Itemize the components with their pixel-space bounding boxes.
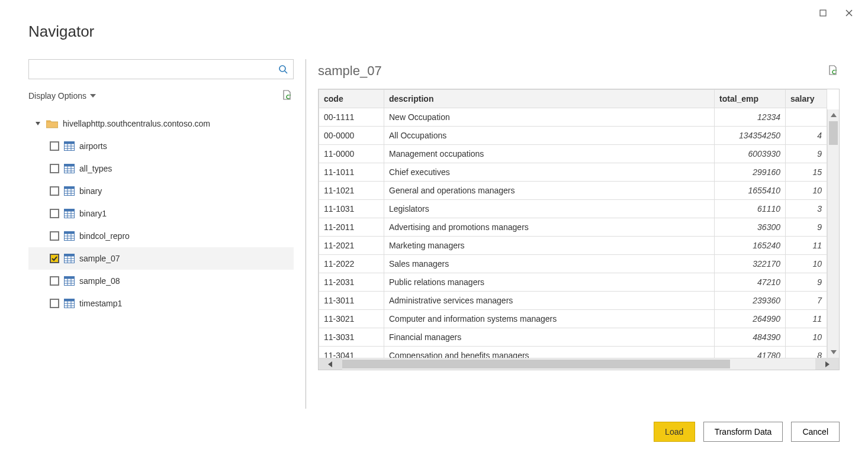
scroll-down-icon[interactable]: [828, 346, 839, 358]
table-row[interactable]: 11-3011Administrative services managers2…: [319, 292, 827, 310]
cell-code: 11-2031: [319, 273, 384, 292]
table-node[interactable]: bindcol_repro: [28, 225, 294, 247]
column-header-total-emp[interactable]: total_emp: [715, 90, 786, 108]
table-row[interactable]: 00-0000All Occupations1343542504: [319, 127, 827, 145]
cell-code: 11-3031: [319, 328, 384, 347]
cell-code: 11-2022: [319, 255, 384, 273]
table-checkbox[interactable]: [50, 231, 59, 241]
window-restore-button[interactable]: [811, 5, 835, 21]
table-row[interactable]: 11-2011Advertising and promotions manage…: [319, 218, 827, 237]
folder-icon: [46, 119, 58, 128]
close-icon: [846, 9, 853, 17]
table-icon: [64, 164, 75, 173]
cell-total-emp: 12334: [715, 108, 786, 127]
cell-salary: 10: [786, 255, 827, 273]
load-button[interactable]: Load: [654, 422, 695, 442]
table-checkbox[interactable]: [50, 276, 59, 286]
scroll-up-icon[interactable]: [828, 109, 839, 121]
vertical-scrollbar[interactable]: [827, 109, 839, 358]
table-checkbox[interactable]: [50, 186, 59, 196]
cell-total-emp: 6003930: [715, 145, 786, 163]
table-row[interactable]: 11-1031Legislators611103: [319, 200, 827, 218]
cell-code: 11-2011: [319, 218, 384, 237]
cancel-button[interactable]: Cancel: [791, 422, 840, 442]
table-node[interactable]: sample_07: [28, 247, 294, 270]
cell-total-emp: 1655410: [715, 182, 786, 200]
preview-pane: sample_07 code description total: [318, 59, 840, 409]
cell-total-emp: 484390: [715, 328, 786, 347]
refresh-tree-button[interactable]: [282, 90, 294, 102]
table-row[interactable]: 11-2022Sales managers32217010: [319, 255, 827, 273]
transform-data-button[interactable]: Transform Data: [703, 422, 783, 442]
column-header-description[interactable]: description: [384, 90, 715, 108]
table-row[interactable]: 11-1011Chief executives29916015: [319, 163, 827, 182]
table-icon: [64, 209, 75, 218]
table-checkbox[interactable]: [50, 209, 59, 218]
table-row[interactable]: 11-2031Public relations managers472109: [319, 273, 827, 292]
table-node[interactable]: binary: [28, 180, 294, 202]
cell-salary: 11: [786, 310, 827, 328]
table-node-label: timestamp1: [79, 299, 122, 308]
table-icon: [64, 186, 75, 196]
cell-total-emp: 299160: [715, 163, 786, 182]
cell-total-emp: 239360: [715, 292, 786, 310]
horizontal-scrollbar[interactable]: [319, 358, 839, 370]
cell-total-emp: 134354250: [715, 127, 786, 145]
table-row[interactable]: 11-1021General and operations managers16…: [319, 182, 827, 200]
cell-description: Advertising and promotions managers: [384, 218, 715, 237]
scroll-right-icon[interactable]: [815, 358, 839, 370]
cell-code: 00-0000: [319, 127, 384, 145]
cell-description: Management occupations: [384, 145, 715, 163]
svg-marker-7: [36, 122, 40, 125]
refresh-preview-button[interactable]: [828, 65, 840, 77]
table-node[interactable]: sample_08: [28, 270, 294, 292]
table-header-row: code description total_emp salary: [319, 90, 827, 108]
table-checkbox[interactable]: [50, 254, 59, 263]
cell-code: 11-3021: [319, 310, 384, 328]
table-row[interactable]: 11-3031Financial managers48439010: [319, 328, 827, 347]
cell-code: 11-3011: [319, 292, 384, 310]
dialog-title: Navigator: [28, 22, 94, 41]
cell-salary: 3: [786, 200, 827, 218]
table-node[interactable]: all_types: [28, 157, 294, 180]
table-node[interactable]: timestamp1: [28, 292, 294, 315]
table-row[interactable]: 00-1111New Occupation12334: [319, 108, 827, 127]
table-node[interactable]: binary1: [28, 202, 294, 225]
display-options-dropdown[interactable]: Display Options: [28, 91, 96, 101]
table-row[interactable]: 11-3021Computer and information systems …: [319, 310, 827, 328]
table-icon: [64, 299, 75, 308]
svg-rect-34: [65, 232, 75, 234]
table-checkbox[interactable]: [50, 164, 59, 173]
vscroll-track[interactable]: [828, 121, 839, 346]
table-node[interactable]: airports: [28, 135, 294, 157]
svg-rect-0: [820, 10, 826, 16]
cell-total-emp: 165240: [715, 237, 786, 255]
table-icon: [64, 276, 75, 286]
svg-marker-57: [835, 70, 837, 72]
vscroll-thumb[interactable]: [829, 121, 838, 145]
cell-code: 11-1011: [319, 163, 384, 182]
table-checkbox[interactable]: [50, 299, 59, 308]
window-close-button[interactable]: [837, 5, 861, 21]
cell-salary: [786, 108, 827, 127]
page-refresh-icon: [282, 90, 292, 101]
cell-description: All Occupations: [384, 127, 715, 145]
table-row[interactable]: 11-2021Marketing managers16524011: [319, 237, 827, 255]
column-header-salary[interactable]: salary: [786, 90, 827, 108]
hscroll-thumb[interactable]: [342, 360, 730, 368]
column-header-code[interactable]: code: [319, 90, 384, 108]
preview-grid: code description total_emp salary 00-111…: [318, 89, 840, 370]
server-node[interactable]: hivellaphttp.southcentralus.contoso.com: [28, 112, 294, 135]
cell-total-emp: 322170: [715, 255, 786, 273]
search-button[interactable]: [273, 59, 293, 79]
chevron-down-icon: [90, 93, 96, 99]
table-row[interactable]: 11-0000Management occupations60039309: [319, 145, 827, 163]
table-checkbox[interactable]: [50, 141, 59, 151]
scroll-left-icon[interactable]: [319, 358, 342, 370]
table-node-label: binary: [79, 186, 102, 196]
hscroll-track[interactable]: [342, 358, 815, 370]
cell-salary: 9: [786, 145, 827, 163]
search-input[interactable]: [29, 60, 273, 79]
svg-line-4: [285, 71, 287, 73]
svg-marker-61: [825, 361, 830, 367]
